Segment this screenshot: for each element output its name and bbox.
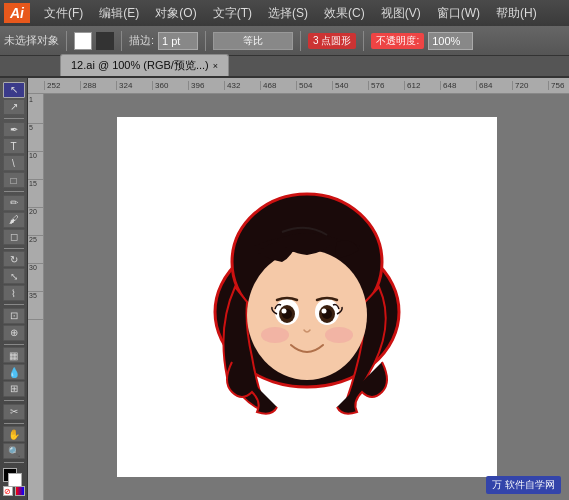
gradient-tool[interactable]: ▦ <box>3 347 25 363</box>
shape-tool[interactable]: □ <box>3 172 25 188</box>
ruler-mark: 504 <box>296 81 332 90</box>
v-ruler-mark: 35 <box>28 292 43 320</box>
active-tab[interactable]: 12.ai @ 100% (RGB/预览...) × <box>60 54 229 76</box>
menu-view[interactable]: 视图(V) <box>373 2 429 25</box>
pencil-tool[interactable]: ✏ <box>3 195 25 211</box>
opacity-input[interactable] <box>428 32 473 50</box>
ruler-mark: 288 <box>80 81 116 90</box>
v-ruler-mark: 5 <box>28 124 43 152</box>
free-transform-tool[interactable]: ⊡ <box>3 308 25 324</box>
toolbar: 未选择对象 描边: 等比 3 点圆形 不透明度: <box>0 26 569 56</box>
warp-tool[interactable]: ⌇ <box>3 285 25 301</box>
main-layout: ↖ ↗ ✒ T \ □ ✏ 🖌 ◻ ↻ ⤡ ⌇ ⊡ ⊕ ▦ 💧 ⊞ ✂ ✋ 🔍 … <box>0 78 569 500</box>
ruler-mark: 576 <box>368 81 404 90</box>
ruler-mark: 324 <box>116 81 152 90</box>
v-ruler-mark: 30 <box>28 264 43 292</box>
ruler-mark-container: 252 288 324 360 396 432 468 504 540 576 … <box>44 81 569 90</box>
menubar: Ai 文件(F) 编辑(E) 对象(O) 文字(T) 选择(S) 效果(C) 视… <box>0 0 569 26</box>
fill-color[interactable] <box>74 32 92 50</box>
menu-select[interactable]: 选择(S) <box>260 2 316 25</box>
eraser-tool[interactable]: ◻ <box>3 229 25 245</box>
brush-tool[interactable]: 🖌 <box>3 212 25 228</box>
v-ruler-mark: 20 <box>28 208 43 236</box>
ruler-mark: 252 <box>44 81 80 90</box>
svg-point-4 <box>325 327 353 343</box>
tabbar: 12.ai @ 100% (RGB/预览...) × <box>0 56 569 78</box>
svg-point-8 <box>281 309 286 314</box>
rotate-tool[interactable]: ↻ <box>3 251 25 267</box>
scale-tool[interactable]: ⤡ <box>3 268 25 284</box>
shape-badge[interactable]: 3 点圆形 <box>308 33 356 49</box>
scissors-tool[interactable]: ✂ <box>3 404 25 420</box>
type-tool[interactable]: T <box>3 138 25 154</box>
tool-divider-6 <box>4 400 24 401</box>
watermark: 万 软件自学网 <box>486 476 561 494</box>
tool-divider-7 <box>4 423 24 424</box>
separator-5 <box>363 31 364 51</box>
v-ruler-mark: 1 <box>28 96 43 124</box>
direct-selection-tool[interactable]: ↗ <box>3 99 25 115</box>
ruler-mark: 720 <box>512 81 548 90</box>
stroke-color[interactable] <box>96 32 114 50</box>
menu-effect[interactable]: 效果(C) <box>316 2 373 25</box>
v-ruler-mark: 15 <box>28 180 43 208</box>
fill-swatch <box>74 32 92 50</box>
tool-divider-4 <box>4 304 24 305</box>
separator-4 <box>300 31 301 51</box>
ruler-mark: 432 <box>224 81 260 90</box>
hand-tool[interactable]: ✋ <box>3 426 25 442</box>
tool-divider-3 <box>4 248 24 249</box>
ruler-mark: 360 <box>152 81 188 90</box>
gradient-color[interactable] <box>15 486 25 496</box>
horizontal-ruler: 252 288 324 360 396 432 468 504 540 576 … <box>28 78 569 94</box>
opacity-badge[interactable]: 不透明度: <box>371 33 424 49</box>
line-tool[interactable]: \ <box>3 155 25 171</box>
menu-window[interactable]: 窗口(W) <box>429 2 488 25</box>
blend-tool[interactable]: ⊞ <box>3 381 25 397</box>
stroke-label: 描边: <box>129 33 154 48</box>
separator-2 <box>121 31 122 51</box>
tool-divider-8 <box>4 462 24 463</box>
menu-edit[interactable]: 编辑(E) <box>91 2 147 25</box>
vertical-ruler: 1 5 10 15 20 25 30 35 <box>28 94 44 500</box>
menu-text[interactable]: 文字(T) <box>205 2 260 25</box>
tool-divider-2 <box>4 191 24 192</box>
menu-help[interactable]: 帮助(H) <box>488 2 545 25</box>
app-logo: Ai <box>4 3 30 23</box>
tool-divider-1 <box>4 118 24 119</box>
illustration <box>197 167 417 427</box>
v-ruler-mark: 10 <box>28 152 43 180</box>
selection-tool[interactable]: ↖ <box>3 82 25 98</box>
separator-1 <box>66 31 67 51</box>
pen-tool[interactable]: ✒ <box>3 122 25 138</box>
ruler-mark: 396 <box>188 81 224 90</box>
ruler-mark: 540 <box>332 81 368 90</box>
line-style-selector[interactable]: 等比 <box>213 32 293 50</box>
canvas-content[interactable] <box>44 94 569 500</box>
selection-label: 未选择对象 <box>4 33 59 48</box>
ruler-mark: 468 <box>260 81 296 90</box>
stroke-weight-input[interactable] <box>158 32 198 50</box>
none-stroke-row: ⊘ <box>3 486 25 496</box>
eyedropper-tool[interactable]: 💧 <box>3 364 25 380</box>
ruler-mark: 684 <box>476 81 512 90</box>
menu-object[interactable]: 对象(O) <box>147 2 204 25</box>
svg-point-12 <box>321 309 326 314</box>
svg-point-2 <box>247 250 367 380</box>
none-color[interactable]: ⊘ <box>3 486 13 496</box>
left-toolbar: ↖ ↗ ✒ T \ □ ✏ 🖌 ◻ ↻ ⤡ ⌇ ⊡ ⊕ ▦ 💧 ⊞ ✂ ✋ 🔍 … <box>0 78 28 500</box>
ruler-mark: 648 <box>440 81 476 90</box>
separator-3 <box>205 31 206 51</box>
shape-builder-tool[interactable]: ⊕ <box>3 325 25 341</box>
ruler-mark: 756 <box>548 81 569 90</box>
v-ruler-mark: 25 <box>28 236 43 264</box>
svg-point-3 <box>261 327 289 343</box>
ruler-mark: 612 <box>404 81 440 90</box>
canvas-area: 252 288 324 360 396 432 468 504 540 576 … <box>28 78 569 500</box>
tab-close-button[interactable]: × <box>213 61 218 71</box>
tool-divider-5 <box>4 344 24 345</box>
tab-label: 12.ai @ 100% (RGB/预览...) <box>71 58 209 73</box>
foreground-color-box[interactable] <box>3 468 25 483</box>
zoom-tool[interactable]: 🔍 <box>3 443 25 459</box>
menu-file[interactable]: 文件(F) <box>36 2 91 25</box>
